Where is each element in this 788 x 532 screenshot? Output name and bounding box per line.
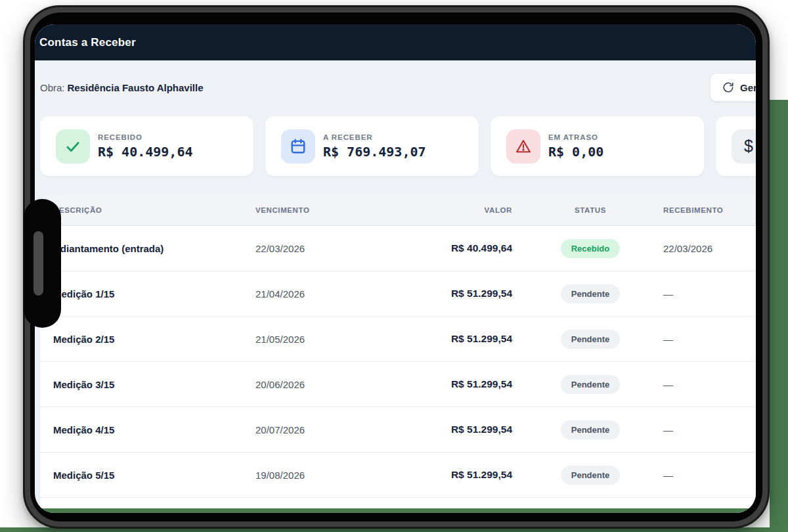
summary-cards: RECEBIDO R$ 40.499,64 A RECEBER R$ 769.4… [40, 116, 756, 176]
cell-valor: R$ 51.299,54 [400, 424, 521, 435]
app-header: Contas a Receber [35, 24, 756, 60]
check-icon [56, 129, 90, 164]
tablet-screen: Contas a Receber Obra:Residência Fausto … [35, 24, 756, 513]
cell-vencimento: 22/03/2026 [242, 243, 400, 254]
card-label: EM ATRASO [548, 133, 603, 141]
table-row[interactable]: Medição 1/15 21/04/2026 R$ 51.299,54 Pen… [40, 271, 756, 317]
cell-valor: R$ 51.299,54 [400, 288, 521, 299]
cell-descricao: Adiantamento (entrada) [40, 243, 242, 254]
page-title: Contas a Receber [39, 36, 136, 49]
cell-vencimento: 21/05/2026 [242, 334, 400, 345]
card-label: RECEBIDO [98, 133, 193, 141]
table-row[interactable]: Medição 4/15 20/07/2026 R$ 51.299,54 Pen… [40, 407, 756, 453]
dollar-icon: $ [732, 129, 756, 164]
cell-descricao: Medição 4/15 [40, 424, 242, 435]
card-value: R$ 0,00 [548, 144, 603, 160]
status-badge: Pendente [561, 420, 621, 439]
cell-vencimento: 20/06/2026 [242, 379, 400, 390]
card-value: R$ 769.493,07 [323, 144, 426, 160]
column-header-valor: VALOR [400, 206, 521, 214]
table-row[interactable]: Medição 2/15 21/05/2026 R$ 51.299,54 Pen… [40, 317, 756, 362]
generate-button-label: Gera [740, 82, 756, 93]
cell-valor: R$ 51.299,54 [400, 378, 521, 390]
obra-value: Residência Fausto Alphaville [68, 82, 204, 93]
obra-label: Obra: [40, 82, 65, 93]
status-badge: Pendente [561, 330, 621, 349]
refresh-icon [722, 81, 734, 93]
calendar-icon [281, 129, 315, 164]
column-header-descricao: DESCRIÇÃO [40, 206, 242, 214]
column-header-status: STATUS [521, 206, 659, 214]
cell-descricao: Medição 2/15 [40, 334, 242, 345]
cell-recebimento: — [659, 470, 756, 481]
cell-vencimento: 19/08/2026 [242, 470, 400, 481]
cell-descricao: Medição 3/15 [40, 379, 242, 390]
column-header-recebimento: RECEBIMENTO [659, 206, 756, 214]
status-badge: Pendente [561, 466, 621, 485]
cell-recebimento: — [659, 424, 756, 435]
cell-vencimento: 21/04/2026 [242, 288, 400, 299]
cell-descricao: Medição 1/15 [40, 288, 242, 299]
alert-triangle-icon [506, 129, 540, 164]
cell-recebimento: — [659, 334, 756, 345]
cell-recebimento: — [659, 379, 756, 390]
card-label: A RECEBER [323, 133, 426, 141]
table-row[interactable]: Medição 5/15 19/08/2026 R$ 51.299,54 Pen… [40, 453, 756, 498]
column-header-vencimento: VENCIMENTO [242, 206, 400, 214]
background-accent-right [770, 100, 788, 532]
card-em-atraso: EM ATRASO R$ 0,00 [491, 116, 704, 176]
cell-valor: R$ 51.299,54 [400, 469, 521, 481]
receivables-table: DESCRIÇÃO VENCIMENTO VALOR STATUS RECEBI… [40, 194, 756, 508]
cell-vencimento: 20/07/2026 [242, 424, 400, 435]
obra-line: Obra:Residência Fausto Alphaville [40, 82, 204, 93]
cell-recebimento: — [659, 288, 756, 299]
tablet-frame: Contas a Receber Obra:Residência Fausto … [23, 5, 770, 529]
table-row[interactable]: Medição 3/15 20/06/2026 R$ 51.299,54 Pen… [40, 362, 756, 407]
card-value: R$ 40.499,64 [98, 144, 193, 160]
status-badge: Pendente [561, 284, 621, 303]
table-header-row: DESCRIÇÃO VENCIMENTO VALOR STATUS RECEBI… [40, 194, 756, 226]
side-button-housing [24, 199, 61, 328]
card-total: $ [716, 116, 756, 176]
status-badge: Recebido [561, 239, 621, 258]
cell-valor: R$ 51.299,54 [400, 333, 521, 345]
cell-valor: R$ 40.499,64 [400, 242, 521, 254]
screen-bottom-accent [35, 508, 756, 513]
table-row[interactable]: Adiantamento (entrada) 22/03/2026 R$ 40.… [40, 226, 756, 271]
status-badge: Pendente [561, 375, 621, 394]
card-recebido: RECEBIDO R$ 40.499,64 [40, 116, 253, 176]
cell-descricao: Medição 5/15 [40, 470, 242, 481]
generate-button[interactable]: Gera [710, 73, 756, 102]
side-button [33, 231, 43, 296]
cell-recebimento: 22/03/2026 [659, 243, 756, 254]
card-a-receber: A RECEBER R$ 769.493,07 [265, 116, 479, 176]
